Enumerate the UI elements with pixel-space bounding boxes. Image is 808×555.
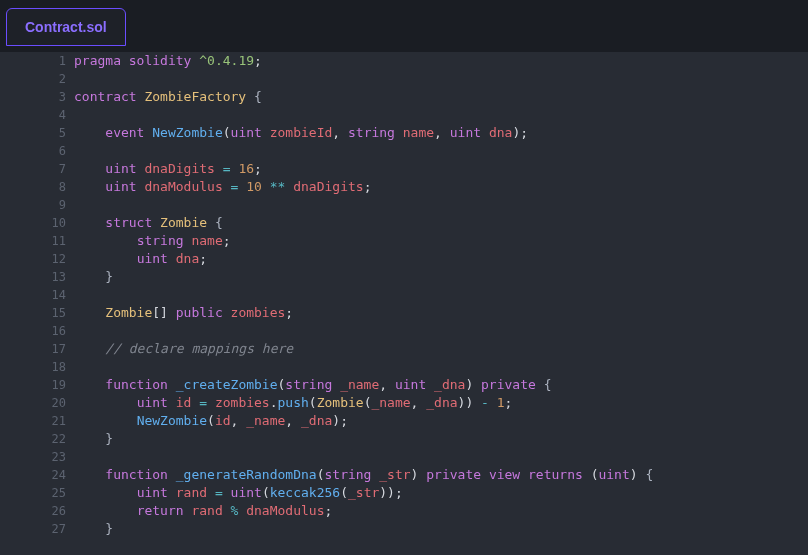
code-line[interactable]: 23 xyxy=(0,448,808,466)
code-content[interactable]: uint rand = uint(keccak256(_str)); xyxy=(74,484,808,502)
line-number: 18 xyxy=(0,358,74,376)
code-content[interactable]: uint dna; xyxy=(74,250,808,268)
line-number: 19 xyxy=(0,376,74,394)
code-content[interactable] xyxy=(74,358,808,376)
line-number: 11 xyxy=(0,232,74,250)
code-content[interactable] xyxy=(74,142,808,160)
line-number: 22 xyxy=(0,430,74,448)
code-content[interactable]: function _createZombie(string _name, uin… xyxy=(74,376,808,394)
code-content[interactable]: NewZombie(id, _name, _dna); xyxy=(74,412,808,430)
code-content[interactable] xyxy=(74,322,808,340)
code-line[interactable]: 5 event NewZombie(uint zombieId, string … xyxy=(0,124,808,142)
line-number: 10 xyxy=(0,214,74,232)
tab-bar: Contract.sol xyxy=(0,0,808,46)
line-number: 24 xyxy=(0,466,74,484)
code-line[interactable]: 11 string name; xyxy=(0,232,808,250)
code-line[interactable]: 16 xyxy=(0,322,808,340)
code-line[interactable]: 3contract ZombieFactory { xyxy=(0,88,808,106)
line-number: 25 xyxy=(0,484,74,502)
code-line[interactable]: 22 } xyxy=(0,430,808,448)
code-line[interactable]: 6 xyxy=(0,142,808,160)
line-number: 6 xyxy=(0,142,74,160)
code-line[interactable]: 15 Zombie[] public zombies; xyxy=(0,304,808,322)
code-content[interactable]: string name; xyxy=(74,232,808,250)
code-line[interactable]: 26 return rand % dnaModulus; xyxy=(0,502,808,520)
code-content[interactable]: uint id = zombies.push(Zombie(_name, _dn… xyxy=(74,394,808,412)
code-line[interactable]: 27 } xyxy=(0,520,808,538)
code-content[interactable]: struct Zombie { xyxy=(74,214,808,232)
code-content[interactable]: pragma solidity ^0.4.19; xyxy=(74,52,808,70)
code-content[interactable] xyxy=(74,196,808,214)
code-content[interactable]: } xyxy=(74,268,808,286)
code-line[interactable]: 1pragma solidity ^0.4.19; xyxy=(0,52,808,70)
line-number: 16 xyxy=(0,322,74,340)
code-content[interactable]: uint dnaModulus = 10 ** dnaDigits; xyxy=(74,178,808,196)
code-content[interactable] xyxy=(74,106,808,124)
code-content[interactable]: uint dnaDigits = 16; xyxy=(74,160,808,178)
code-line[interactable]: 14 xyxy=(0,286,808,304)
code-line[interactable]: 13 } xyxy=(0,268,808,286)
line-number: 21 xyxy=(0,412,74,430)
line-number: 13 xyxy=(0,268,74,286)
code-line[interactable]: 17 // declare mappings here xyxy=(0,340,808,358)
line-number: 27 xyxy=(0,520,74,538)
line-number: 14 xyxy=(0,286,74,304)
code-content[interactable]: } xyxy=(74,520,808,538)
line-number: 12 xyxy=(0,250,74,268)
line-number: 4 xyxy=(0,106,74,124)
code-content[interactable]: event NewZombie(uint zombieId, string na… xyxy=(74,124,808,142)
code-content[interactable]: return rand % dnaModulus; xyxy=(74,502,808,520)
code-content[interactable] xyxy=(74,70,808,88)
code-line[interactable]: 24 function _generateRandomDna(string _s… xyxy=(0,466,808,484)
line-number: 3 xyxy=(0,88,74,106)
code-content[interactable]: contract ZombieFactory { xyxy=(74,88,808,106)
tab-label: Contract.sol xyxy=(25,19,107,35)
code-line[interactable]: 10 struct Zombie { xyxy=(0,214,808,232)
code-line[interactable]: 21 NewZombie(id, _name, _dna); xyxy=(0,412,808,430)
code-line[interactable]: 4 xyxy=(0,106,808,124)
tab-contract-sol[interactable]: Contract.sol xyxy=(6,8,126,46)
line-number: 15 xyxy=(0,304,74,322)
code-line[interactable]: 18 xyxy=(0,358,808,376)
code-content[interactable]: Zombie[] public zombies; xyxy=(74,304,808,322)
code-line[interactable]: 9 xyxy=(0,196,808,214)
line-number: 17 xyxy=(0,340,74,358)
code-line[interactable]: 25 uint rand = uint(keccak256(_str)); xyxy=(0,484,808,502)
code-content[interactable]: // declare mappings here xyxy=(74,340,808,358)
code-content[interactable]: function _generateRandomDna(string _str)… xyxy=(74,466,808,484)
code-line[interactable]: 7 uint dnaDigits = 16; xyxy=(0,160,808,178)
code-line[interactable]: 12 uint dna; xyxy=(0,250,808,268)
line-number: 26 xyxy=(0,502,74,520)
code-line[interactable]: 20 uint id = zombies.push(Zombie(_name, … xyxy=(0,394,808,412)
line-number: 8 xyxy=(0,178,74,196)
line-number: 23 xyxy=(0,448,74,466)
code-content[interactable] xyxy=(74,286,808,304)
code-content[interactable] xyxy=(74,448,808,466)
code-content[interactable]: } xyxy=(74,430,808,448)
line-number: 7 xyxy=(0,160,74,178)
line-number: 1 xyxy=(0,52,74,70)
line-number: 20 xyxy=(0,394,74,412)
line-number: 2 xyxy=(0,70,74,88)
code-area[interactable]: 1pragma solidity ^0.4.19;23contract Zomb… xyxy=(0,52,808,555)
code-line[interactable]: 19 function _createZombie(string _name, … xyxy=(0,376,808,394)
code-editor[interactable]: 1pragma solidity ^0.4.19;23contract Zomb… xyxy=(0,52,808,555)
code-line[interactable]: 8 uint dnaModulus = 10 ** dnaDigits; xyxy=(0,178,808,196)
line-number: 9 xyxy=(0,196,74,214)
line-number: 5 xyxy=(0,124,74,142)
code-line[interactable]: 2 xyxy=(0,70,808,88)
